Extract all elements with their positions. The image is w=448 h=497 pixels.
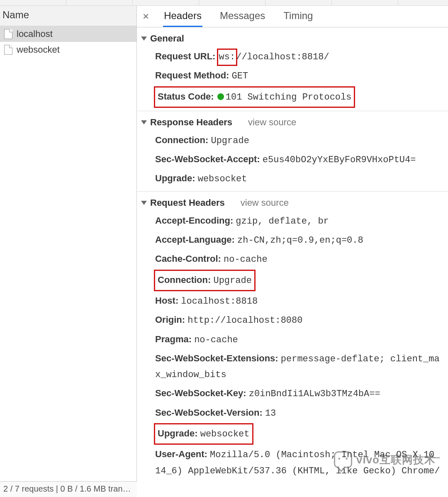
header-value: z0inBndIi1ALw3b3TMz4bA==: [249, 389, 380, 399]
view-source-link[interactable]: view source: [248, 117, 296, 128]
kv-request-header: Sec-WebSocket-Key: z0inBndIi1ALw3b3TMz4b…: [137, 384, 448, 403]
label-request-method: Request Method:: [155, 70, 229, 80]
header-key: Sec-WebSocket-Version:: [155, 407, 263, 418]
caret-down-icon: [141, 37, 147, 41]
highlight-status-code: Status Code: 101 Switching Protocols: [155, 88, 354, 107]
kv-request-header: Sec-WebSocket-Version: 13: [137, 404, 448, 423]
headers-content: General Request URL: ws://localhost:8818…: [137, 27, 448, 481]
network-sidebar: Name localhostwebsocket: [0, 6, 137, 481]
status-dot-icon: [217, 93, 224, 100]
kv-request-header: Origin: http://localhost:8080: [137, 311, 448, 330]
header-key: Upgrade:: [155, 173, 195, 183]
header-key: Accept-Encoding:: [155, 215, 233, 226]
sidebar-header-name[interactable]: Name: [0, 6, 136, 26]
header-value: no-cache: [194, 335, 238, 345]
header-value: Upgrade: [211, 136, 249, 146]
watermark-text: vivo互联网技术: [356, 453, 436, 467]
header-key: Pragma:: [155, 334, 192, 344]
status-bar: 2 / 7 requests | 0 B / 1.6 MB tran…: [0, 481, 137, 497]
header-key: Sec-WebSocket-Accept:: [155, 154, 260, 164]
highlight-box: Connection: Upgrade: [155, 271, 254, 290]
header-value: Upgrade: [213, 275, 251, 286]
section-request-headers[interactable]: Request Headers view source: [137, 191, 448, 212]
header-key: Upgrade:: [158, 428, 198, 439]
header-key: Accept-Language:: [155, 234, 235, 245]
file-icon: [4, 45, 12, 55]
kv-request-header: Sec-WebSocket-Extensions: permessage-def…: [137, 349, 448, 385]
request-list: localhostwebsocket: [0, 26, 136, 481]
value-request-method: GET: [232, 71, 248, 81]
header-value: no-cache: [224, 254, 268, 265]
kv-request-url: Request URL: ws://localhost:8818/: [137, 47, 448, 66]
label-request-url: Request URL:: [155, 51, 215, 61]
kv-request-header: Pragma: no-cache: [137, 330, 448, 349]
section-response-headers[interactable]: Response Headers view source: [137, 111, 448, 131]
caret-down-icon: [141, 120, 147, 124]
view-source-link[interactable]: view source: [241, 197, 289, 208]
header-value: http://localhost:8080: [187, 315, 302, 326]
highlight-ws-scheme: ws:: [218, 50, 236, 65]
header-key: Cache-Control:: [155, 253, 221, 264]
close-icon[interactable]: ×: [140, 10, 151, 23]
kv-request-header: Cache-Control: no-cache: [137, 250, 448, 269]
kv-response-header: Upgrade: websocket: [137, 169, 448, 188]
header-value: zh-CN,zh;q=0.9,en;q=0.8: [237, 235, 363, 246]
header-value: websocket: [200, 429, 250, 439]
file-icon: [4, 29, 12, 39]
request-row-label: websocket: [17, 44, 60, 55]
header-key: Connection:: [158, 275, 211, 285]
kv-request-header: Connection: Upgrade: [137, 269, 448, 292]
header-key: Origin:: [155, 314, 185, 325]
kv-request-header: Host: localhost:8818: [137, 292, 448, 311]
request-row[interactable]: localhost: [0, 26, 136, 42]
header-key: User-Agent:: [155, 449, 207, 459]
tab-timing[interactable]: Timing: [282, 6, 314, 27]
kv-response-header: Sec-WebSocket-Accept: e5us40bO2yYxEByFoR…: [137, 150, 448, 169]
chat-bubble-icon: [334, 451, 352, 468]
tab-messages[interactable]: Messages: [219, 6, 266, 27]
kv-request-header: Upgrade: websocket: [137, 423, 448, 445]
tab-headers[interactable]: Headers: [163, 6, 202, 27]
detail-pane: × HeadersMessagesTiming General Request …: [137, 6, 448, 481]
header-key: Sec-WebSocket-Extensions:: [155, 353, 278, 363]
request-row-label: localhost: [17, 29, 53, 39]
value-request-url-rest: //localhost:8818/: [236, 52, 329, 62]
header-key: Sec-WebSocket-Key:: [155, 388, 246, 398]
header-value: 13: [265, 408, 276, 419]
kv-request-method: Request Method: GET: [137, 66, 448, 85]
label-status-code: Status Code:: [158, 91, 214, 102]
section-title-response: Response Headers: [150, 117, 232, 128]
detail-tabs: × HeadersMessagesTiming: [137, 6, 448, 27]
value-status-code: 101 Switching Protocols: [226, 92, 352, 102]
caret-down-icon: [141, 201, 147, 205]
kv-response-header: Connection: Upgrade: [137, 131, 448, 150]
section-general[interactable]: General: [137, 30, 448, 47]
kv-request-header: Accept-Language: zh-CN,zh;q=0.9,en;q=0.8: [137, 231, 448, 250]
header-key: Host:: [155, 295, 178, 306]
header-value: websocket: [198, 174, 247, 184]
section-title-request: Request Headers: [150, 197, 225, 208]
highlight-box: Upgrade: websocket: [155, 424, 252, 443]
header-value: e5us40bO2yYxEByFoR9VHxoPtU4=: [263, 155, 416, 165]
kv-status-code: Status Code: 101 Switching Protocols: [137, 86, 448, 108]
watermark: vivo互联网技术: [334, 451, 436, 468]
header-key: Connection:: [155, 135, 208, 145]
kv-request-header: Accept-Encoding: gzip, deflate, br: [137, 212, 448, 231]
section-title-general: General: [150, 33, 184, 44]
header-value: localhost:8818: [181, 296, 258, 307]
header-value: gzip, deflate, br: [236, 216, 329, 227]
toolbar-strip: [0, 0, 448, 6]
request-row[interactable]: websocket: [0, 42, 136, 58]
